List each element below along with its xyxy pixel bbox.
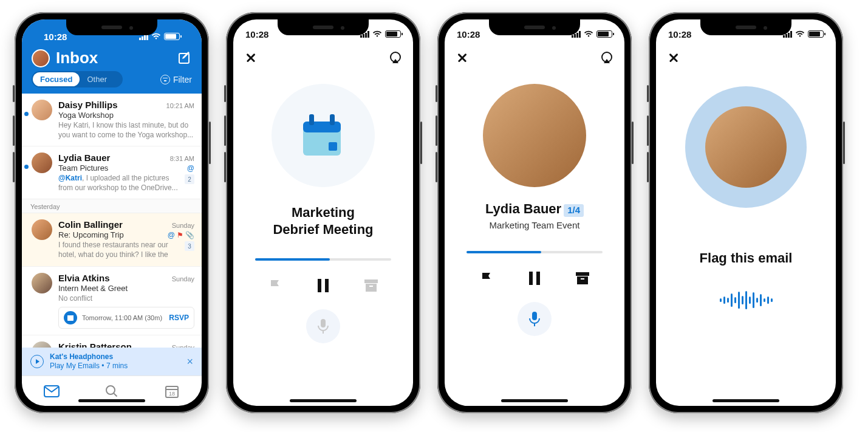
status-time: 10:28	[245, 29, 268, 39]
subject: Re: Upcoming Trip	[58, 230, 124, 239]
svg-rect-24	[581, 278, 584, 279]
pause-button[interactable]	[314, 276, 332, 295]
flag-button[interactable]	[477, 269, 496, 287]
home-indicator[interactable]	[290, 399, 357, 402]
notch	[66, 19, 157, 35]
avatar	[32, 219, 52, 240]
sender-avatar-ring	[685, 86, 807, 208]
phone-inbox: 10:28 Inbox Focused Other F	[15, 12, 209, 413]
cast-icon[interactable]	[600, 51, 613, 64]
pause-button[interactable]	[525, 269, 544, 287]
notch	[489, 19, 580, 35]
rsvp-button[interactable]: RSVP	[169, 314, 189, 322]
timestamp: Sunday	[172, 222, 194, 229]
play-sender-name: Lydia Bauer1/4	[445, 201, 624, 218]
subject: Team Pictures	[58, 163, 108, 173]
tab-mail[interactable]	[22, 376, 82, 406]
thread-count: 3	[185, 241, 194, 251]
sender-avatar	[705, 106, 787, 188]
wifi-icon	[795, 30, 805, 38]
svg-rect-23	[577, 276, 588, 284]
rsvp-time: Tomorrow, 11:00 AM (30m)	[82, 314, 162, 321]
phone-play-meeting: 10:28 MarketingDebrief Meeting	[226, 12, 420, 413]
subject: Intern Meet & Greet	[58, 284, 128, 293]
message-item[interactable]: Colin BallingerSunday Re: Upcoming Trip@…	[22, 213, 202, 266]
message-item[interactable]: Kristin PattersonSunday FW: Volunteers N…	[22, 335, 202, 348]
compose-icon[interactable]	[177, 51, 192, 66]
filter-label: Filter	[173, 75, 192, 84]
home-indicator[interactable]	[78, 399, 145, 402]
unread-dot-icon	[24, 112, 29, 116]
message-list[interactable]: Daisy Phillips10:21 AM Yoga Workshop Hey…	[22, 94, 202, 348]
focus-segmented-control: Focused Other	[32, 71, 123, 87]
tab-calendar[interactable]: 18	[142, 376, 202, 406]
timestamp: Sunday	[172, 344, 194, 348]
banner-subtitle: Play My Emails • 7 mins	[50, 362, 180, 371]
play-emails-banner[interactable]: Kat's Headphones Play My Emails • 7 mins…	[22, 348, 202, 375]
svg-rect-22	[576, 272, 589, 276]
svg-rect-25	[532, 312, 537, 320]
home-indicator[interactable]	[501, 399, 568, 402]
home-indicator[interactable]	[713, 399, 779, 402]
play-title: MarketingDebrief Meeting	[233, 204, 413, 238]
mic-button[interactable]	[306, 309, 340, 343]
cast-icon[interactable]	[389, 51, 402, 64]
svg-text:18: 18	[169, 391, 175, 397]
progress-bar[interactable]	[255, 258, 391, 261]
avatar	[32, 273, 52, 293]
preview: No conflict	[58, 294, 194, 304]
svg-rect-13	[318, 279, 321, 292]
tab-focused[interactable]: Focused	[33, 72, 80, 86]
wifi-icon	[584, 30, 593, 38]
sender: Lydia Bauer	[58, 153, 110, 163]
status-time: 10:28	[44, 32, 67, 42]
close-icon[interactable]	[667, 51, 680, 64]
sender-avatar	[483, 84, 586, 187]
timestamp: Sunday	[172, 275, 194, 283]
preview: Hey Katri, I know this last minute, but …	[58, 121, 194, 140]
status-time: 10:28	[457, 29, 480, 39]
svg-rect-21	[536, 272, 540, 285]
flag-icon: ⚑	[177, 231, 183, 239]
close-icon[interactable]	[456, 51, 469, 64]
mention-icon: @	[168, 231, 175, 239]
filter-button[interactable]: Filter	[160, 75, 192, 84]
svg-rect-10	[309, 114, 314, 125]
close-icon[interactable]: ×	[186, 355, 193, 368]
sender: Colin Ballinger	[58, 219, 123, 230]
waveform-icon	[656, 290, 836, 310]
wifi-icon	[372, 30, 382, 38]
flag-button[interactable]	[266, 276, 284, 295]
svg-rect-9	[303, 122, 341, 132]
svg-rect-14	[325, 279, 329, 292]
phone-play-email: 10:28 Lydia Bauer1/4 Marketing Team Even…	[437, 12, 632, 413]
profile-avatar[interactable]	[32, 49, 50, 67]
battery-icon	[596, 30, 612, 38]
archive-button[interactable]	[573, 269, 592, 287]
battery-icon	[164, 33, 180, 40]
message-item[interactable]: Daisy Phillips10:21 AM Yoga Workshop Hey…	[22, 94, 202, 146]
mic-button[interactable]	[518, 302, 552, 336]
avatar	[32, 153, 52, 173]
subject: Yoga Workshop	[58, 111, 114, 120]
archive-button[interactable]	[362, 276, 380, 295]
sender: Daisy Phillips	[58, 100, 118, 110]
avatar	[32, 100, 52, 120]
rsvp-card[interactable]: Tomorrow, 11:00 AM (30m) RSVP	[58, 307, 194, 329]
message-item[interactable]: Lydia Bauer8:31 AM Team Pictures@ @Katri…	[22, 146, 202, 199]
progress-bar[interactable]	[466, 251, 603, 253]
message-item[interactable]: Elvia AtkinsSunday Intern Meet & Greet N…	[22, 266, 202, 335]
svg-rect-15	[364, 279, 378, 283]
thread-count: 2	[185, 174, 194, 184]
close-icon[interactable]	[244, 51, 258, 64]
timestamp: 8:31 AM	[170, 155, 194, 162]
email-counter: 1/4	[564, 204, 584, 217]
tab-other[interactable]: Other	[80, 72, 114, 86]
calendar-illustration	[272, 84, 375, 187]
phone-confirm-flag: 10:28 Flag this email	[649, 12, 843, 413]
avatar	[32, 341, 52, 348]
svg-rect-11	[330, 114, 335, 125]
wifi-icon	[151, 33, 161, 40]
preview: @Katri, I uploaded all the pictures from…	[58, 174, 181, 193]
section-header-yesterday: Yesterday	[22, 199, 202, 213]
